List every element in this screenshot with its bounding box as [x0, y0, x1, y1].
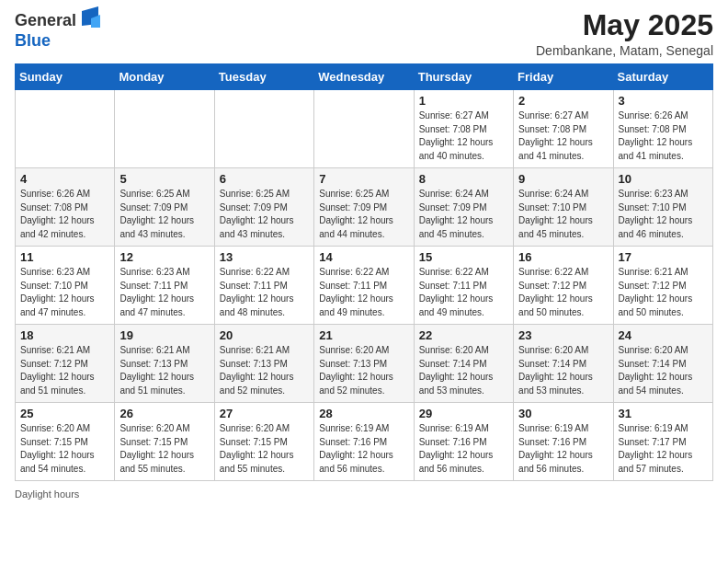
day-info: Sunrise: 6:20 AMSunset: 7:14 PMDaylight:… — [419, 344, 508, 397]
day-info: Sunrise: 6:19 AMSunset: 7:16 PMDaylight:… — [518, 422, 608, 476]
daylight-label: Daylight hours — [15, 488, 79, 500]
day-info: Sunrise: 6:19 AMSunset: 7:16 PMDaylight:… — [319, 422, 408, 476]
day-number: 24 — [619, 328, 708, 342]
day-header-friday: Friday — [514, 64, 613, 90]
day-info: Sunrise: 6:24 AMSunset: 7:10 PMDaylight:… — [518, 188, 608, 241]
logo: General Blue — [15, 9, 100, 51]
day-number: 4 — [20, 172, 109, 186]
day-info: Sunrise: 6:22 AMSunset: 7:12 PMDaylight:… — [518, 266, 608, 319]
day-header-wednesday: Wednesday — [314, 64, 414, 90]
calendar-cell-5-4: 28Sunrise: 6:19 AMSunset: 7:16 PMDayligh… — [314, 403, 414, 481]
calendar-subtitle: Dembankane, Matam, Senegal — [536, 43, 713, 58]
week-row-4: 18Sunrise: 6:21 AMSunset: 7:12 PMDayligh… — [16, 325, 713, 403]
day-number: 21 — [319, 328, 408, 342]
calendar-cell-1-1 — [16, 90, 115, 168]
calendar-cell-1-3 — [214, 90, 313, 168]
day-info: Sunrise: 6:21 AMSunset: 7:13 PMDaylight:… — [220, 344, 309, 397]
footer: Daylight hours — [15, 488, 713, 500]
calendar-cell-4-7: 24Sunrise: 6:20 AMSunset: 7:14 PMDayligh… — [613, 325, 712, 403]
day-info: Sunrise: 6:21 AMSunset: 7:12 PMDaylight:… — [20, 344, 109, 397]
day-number: 8 — [419, 172, 508, 186]
calendar-cell-1-2 — [115, 90, 214, 168]
calendar-cell-3-2: 12Sunrise: 6:23 AMSunset: 7:11 PMDayligh… — [115, 247, 214, 325]
week-row-1: 1Sunrise: 6:27 AMSunset: 7:08 PMDaylight… — [16, 90, 713, 168]
logo-blue-text: Blue — [15, 31, 51, 50]
header: General Blue May 2025 Dembankane, Matam,… — [15, 9, 713, 58]
day-number: 23 — [518, 328, 608, 342]
day-number: 25 — [20, 407, 109, 420]
day-info: Sunrise: 6:22 AMSunset: 7:11 PMDaylight:… — [220, 266, 309, 319]
calendar-cell-2-2: 5Sunrise: 6:25 AMSunset: 7:09 PMDaylight… — [115, 168, 214, 247]
day-number: 9 — [518, 172, 608, 186]
title-block: May 2025 Dembankane, Matam, Senegal — [536, 9, 713, 58]
day-info: Sunrise: 6:19 AMSunset: 7:16 PMDaylight:… — [419, 422, 508, 476]
day-info: Sunrise: 6:27 AMSunset: 7:08 PMDaylight:… — [419, 109, 508, 163]
day-number: 15 — [419, 250, 508, 264]
calendar-cell-1-6: 2Sunrise: 6:27 AMSunset: 7:08 PMDaylight… — [514, 90, 613, 168]
day-info: Sunrise: 6:20 AMSunset: 7:14 PMDaylight:… — [619, 344, 708, 397]
calendar-table: SundayMondayTuesdayWednesdayThursdayFrid… — [15, 63, 713, 481]
calendar-cell-3-3: 13Sunrise: 6:22 AMSunset: 7:11 PMDayligh… — [214, 247, 313, 325]
day-number: 14 — [319, 250, 408, 264]
day-number: 29 — [419, 407, 508, 420]
day-info: Sunrise: 6:25 AMSunset: 7:09 PMDaylight:… — [319, 188, 408, 241]
day-info: Sunrise: 6:21 AMSunset: 7:13 PMDaylight:… — [119, 344, 209, 397]
calendar-cell-4-5: 22Sunrise: 6:20 AMSunset: 7:14 PMDayligh… — [414, 325, 513, 403]
day-number: 10 — [619, 172, 708, 186]
day-number: 16 — [518, 250, 608, 264]
calendar-cell-5-5: 29Sunrise: 6:19 AMSunset: 7:16 PMDayligh… — [414, 403, 513, 481]
calendar-cell-5-1: 25Sunrise: 6:20 AMSunset: 7:15 PMDayligh… — [16, 403, 115, 481]
day-info: Sunrise: 6:23 AMSunset: 7:10 PMDaylight:… — [20, 266, 109, 319]
calendar-cell-3-6: 16Sunrise: 6:22 AMSunset: 7:12 PMDayligh… — [514, 247, 613, 325]
day-info: Sunrise: 6:24 AMSunset: 7:09 PMDaylight:… — [419, 188, 508, 241]
day-number: 5 — [119, 172, 209, 186]
day-info: Sunrise: 6:19 AMSunset: 7:17 PMDaylight:… — [619, 422, 708, 476]
day-header-sunday: Sunday — [16, 64, 115, 90]
day-info: Sunrise: 6:23 AMSunset: 7:10 PMDaylight:… — [619, 188, 708, 241]
day-number: 26 — [119, 407, 209, 420]
week-row-3: 11Sunrise: 6:23 AMSunset: 7:10 PMDayligh… — [16, 247, 713, 325]
day-number: 28 — [319, 407, 408, 420]
calendar-cell-5-6: 30Sunrise: 6:19 AMSunset: 7:16 PMDayligh… — [514, 403, 613, 481]
calendar-cell-4-2: 19Sunrise: 6:21 AMSunset: 7:13 PMDayligh… — [115, 325, 214, 403]
calendar-cell-2-3: 6Sunrise: 6:25 AMSunset: 7:09 PMDaylight… — [214, 168, 313, 247]
day-number: 2 — [518, 94, 608, 108]
day-number: 18 — [20, 328, 109, 342]
days-header-row: SundayMondayTuesdayWednesdayThursdayFrid… — [16, 64, 713, 90]
day-header-saturday: Saturday — [613, 64, 712, 90]
calendar-cell-3-7: 17Sunrise: 6:21 AMSunset: 7:12 PMDayligh… — [613, 247, 712, 325]
day-header-thursday: Thursday — [414, 64, 513, 90]
day-info: Sunrise: 6:23 AMSunset: 7:11 PMDaylight:… — [119, 266, 209, 319]
week-row-5: 25Sunrise: 6:20 AMSunset: 7:15 PMDayligh… — [16, 403, 713, 481]
calendar-cell-1-5: 1Sunrise: 6:27 AMSunset: 7:08 PMDaylight… — [414, 90, 513, 168]
calendar-cell-5-3: 27Sunrise: 6:20 AMSunset: 7:15 PMDayligh… — [214, 403, 313, 481]
day-info: Sunrise: 6:27 AMSunset: 7:08 PMDaylight:… — [518, 109, 608, 163]
day-number: 12 — [119, 250, 209, 264]
page: General Blue May 2025 Dembankane, Matam,… — [0, 0, 728, 563]
calendar-cell-4-1: 18Sunrise: 6:21 AMSunset: 7:12 PMDayligh… — [16, 325, 115, 403]
calendar-cell-3-5: 15Sunrise: 6:22 AMSunset: 7:11 PMDayligh… — [414, 247, 513, 325]
calendar-title: May 2025 — [536, 9, 713, 41]
day-header-tuesday: Tuesday — [214, 64, 313, 90]
day-info: Sunrise: 6:20 AMSunset: 7:15 PMDaylight:… — [119, 422, 209, 476]
week-row-2: 4Sunrise: 6:26 AMSunset: 7:08 PMDaylight… — [16, 168, 713, 247]
day-info: Sunrise: 6:20 AMSunset: 7:15 PMDaylight:… — [220, 422, 309, 476]
calendar-cell-5-2: 26Sunrise: 6:20 AMSunset: 7:15 PMDayligh… — [115, 403, 214, 481]
day-info: Sunrise: 6:22 AMSunset: 7:11 PMDaylight:… — [319, 266, 408, 319]
calendar-cell-4-3: 20Sunrise: 6:21 AMSunset: 7:13 PMDayligh… — [214, 325, 313, 403]
day-info: Sunrise: 6:25 AMSunset: 7:09 PMDaylight:… — [220, 188, 309, 241]
day-info: Sunrise: 6:25 AMSunset: 7:09 PMDaylight:… — [119, 188, 209, 241]
calendar-cell-3-1: 11Sunrise: 6:23 AMSunset: 7:10 PMDayligh… — [16, 247, 115, 325]
day-number: 7 — [319, 172, 408, 186]
day-info: Sunrise: 6:20 AMSunset: 7:13 PMDaylight:… — [319, 344, 408, 397]
calendar-cell-3-4: 14Sunrise: 6:22 AMSunset: 7:11 PMDayligh… — [314, 247, 414, 325]
calendar-cell-2-6: 9Sunrise: 6:24 AMSunset: 7:10 PMDaylight… — [514, 168, 613, 247]
day-number: 31 — [619, 407, 708, 420]
calendar-cell-2-1: 4Sunrise: 6:26 AMSunset: 7:08 PMDaylight… — [16, 168, 115, 247]
day-number: 13 — [220, 250, 309, 264]
day-info: Sunrise: 6:21 AMSunset: 7:12 PMDaylight:… — [619, 266, 708, 319]
day-number: 11 — [20, 250, 109, 264]
calendar-cell-4-4: 21Sunrise: 6:20 AMSunset: 7:13 PMDayligh… — [314, 325, 414, 403]
day-number: 20 — [220, 328, 309, 342]
day-number: 1 — [419, 94, 508, 108]
